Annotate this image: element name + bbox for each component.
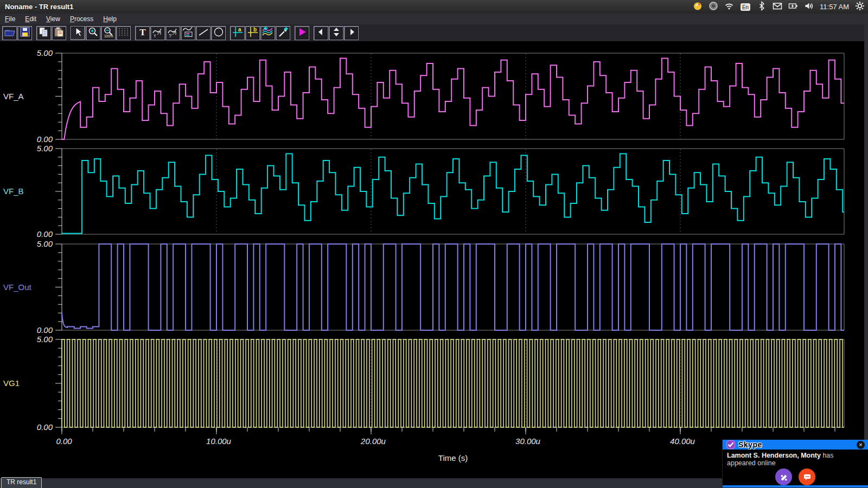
close-icon[interactable]: × [857,441,865,449]
toolbar-text-button[interactable]: T [135,26,150,40]
text-icon: T [136,26,149,40]
toolbar-copy-button[interactable] [36,26,51,40]
svg-text:T: T [139,27,146,37]
volume-menu-indicator[interactable] [709,0,718,14]
mail-icon [773,1,782,13]
menu-item-file[interactable]: File [0,14,20,24]
menu-item-process[interactable]: Process [65,14,98,24]
panel-VF_Out: 5.000.00VF_Out [3,239,844,335]
wifi-icon [724,1,734,13]
toolbar-add-curves-button[interactable] [260,26,275,40]
toolbar-axis-a-button[interactable]: a [230,26,245,40]
trace-VF_B [62,154,844,234]
skype-logo: Skype [738,440,762,449]
y-min-label: 0.00 [37,325,53,335]
volume-menu-icon [709,1,718,13]
axis-b-icon: b [246,26,259,40]
axis-a-icon: a [231,26,244,40]
toolbar-zoom-in-button[interactable] [86,26,100,40]
toolbar-axis-b-button[interactable]: b [245,26,260,40]
toolbar-ellipse-button[interactable] [211,26,226,40]
toolbar-save-button[interactable] [17,26,32,40]
power-indicator[interactable] [855,0,865,14]
signal-label-VF_B: VF_B [3,187,24,196]
system-tray: En11:57 AM [693,0,865,14]
chart-area: 5.000.00VF_A5.000.00VF_B5.000.00VF_Out5.… [0,41,868,478]
clock-text: 11:57 AM [820,3,849,11]
battery-icon [788,1,798,13]
add-curves-icon [261,26,275,40]
y-max-label: 5.00 [37,335,53,344]
toolbar-probe-button[interactable] [276,26,290,40]
y-max-label: 5.00 [37,239,53,248]
copy-icon [37,26,50,40]
battery-indicator[interactable] [788,0,798,14]
result-tab[interactable]: TR result1 [1,477,42,488]
svg-text:?: ? [169,33,171,38]
panel-VG1: 5.000.00VG1 [3,335,844,432]
waveform-plot: 5.000.00VF_A5.000.00VF_B5.000.00VF_Out5.… [0,41,868,478]
toolbar-cursor-button[interactable] [71,26,85,40]
y-min-label: 0.00 [37,229,53,239]
menu-item-help[interactable]: Help [98,14,122,24]
toolbar-open-button[interactable] [2,26,17,40]
signal-label-VG1: VG1 [3,378,20,388]
chat-bubble-icon [802,472,812,482]
toolbar-run-button[interactable] [295,26,309,40]
nav-right-icon [345,26,358,40]
svg-text:a: a [238,27,241,33]
trace-VG1 [62,339,844,427]
x-tick-label: 30.00u [515,436,541,446]
clock-indicator[interactable]: 11:57 AM [820,0,849,14]
bluetooth-icon [757,1,767,13]
toolbar-query-curve-button[interactable]: ? [165,26,180,40]
toolbar-nav-spin-button[interactable] [329,26,343,40]
toolbar-nav-left-button[interactable] [314,26,328,40]
panel-VF_A: 5.000.00VF_A [3,48,844,144]
sound-indicator[interactable] [804,0,814,14]
legend-icon [182,26,195,40]
window-right-border [864,14,868,478]
bluetooth-indicator[interactable] [757,0,767,14]
toolbar-nav-right-button[interactable] [344,26,359,40]
line-icon [197,26,210,40]
menu-item-view[interactable]: View [41,14,65,24]
toolbar-line-button[interactable] [196,26,210,40]
trace-VF_A [62,59,844,140]
menu-item-edit[interactable]: Edit [20,14,41,24]
signal-label-VF_A: VF_A [3,92,24,101]
paste-icon [53,26,66,40]
run-icon [296,26,309,40]
messenger-indicator[interactable] [693,0,703,14]
y-min-label: 0.00 [37,422,53,432]
skype-notification-header: Skype × [723,440,868,450]
x-tick-label: 0.00 [56,436,72,446]
sound-icon [804,1,814,13]
toolbar-grid-button[interactable] [116,26,131,40]
mail-indicator[interactable] [773,0,782,14]
toolbar-legend-button[interactable] [181,26,195,40]
chat-button[interactable] [799,468,815,485]
toolbar-paste-button[interactable] [52,26,66,40]
x-tick-label: 10.00u [206,436,232,446]
svg-text:100%: 100% [104,34,113,38]
x-axis: 0.0010.00u20.00u30.00u40.00uTime (s) [56,427,835,463]
phone-icon [779,472,789,482]
toolbar-zoom-out-button[interactable]: 100% [101,26,116,40]
toolbar-annotate-curve-button[interactable]: T [150,26,165,40]
menu-bar: FileEditViewProcessHelp [0,14,868,25]
toolbar: 100%TT?ab [0,24,868,41]
titlebar: Noname - TR result1 En11:57 AM [0,0,868,14]
y-min-label: 0.00 [37,134,53,144]
signal-label-VF_Out: VF_Out [3,282,32,292]
keyboard-layout-indicator[interactable]: En [740,0,751,14]
y-max-label: 5.00 [37,48,53,57]
x-tick-label: 40.00u [670,436,695,446]
wifi-indicator[interactable] [724,0,734,14]
trace-VF_Out [62,244,844,330]
nav-left-icon [315,26,328,40]
panel-VF_B: 5.000.00VF_B [3,144,844,239]
call-button[interactable] [775,468,792,485]
save-icon [18,26,31,40]
y-max-label: 5.00 [37,144,53,153]
